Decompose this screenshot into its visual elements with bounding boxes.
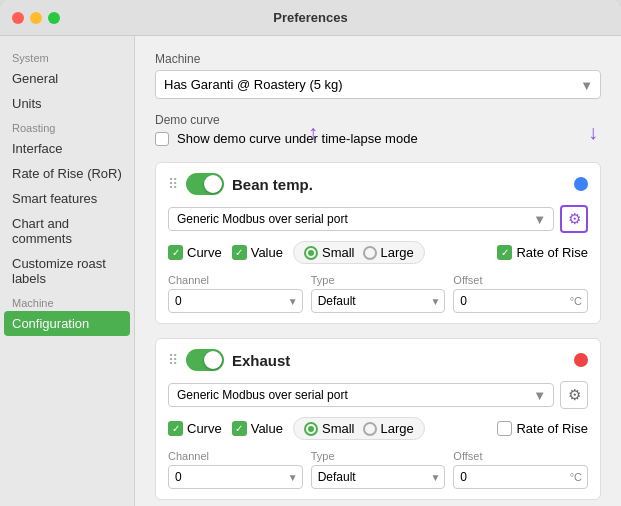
exhaust-drag-handle[interactable]: ⠿	[168, 352, 178, 368]
exhaust-offset-label: Offset	[453, 450, 588, 462]
exhaust-curve-checkbox-item: Curve	[168, 421, 222, 436]
exhaust-type-select[interactable]: Default	[311, 465, 446, 489]
machine-select-wrapper: Has Garanti @ Roastery (5 kg) ▼	[155, 70, 601, 99]
bean-temp-size-large-item: Large	[363, 245, 414, 260]
main-content: Machine Has Garanti @ Roastery (5 kg) ▼ …	[135, 36, 621, 506]
sidebar-item-customize-roast[interactable]: Customize roast labels	[0, 251, 134, 291]
maximize-button[interactable]	[48, 12, 60, 24]
machine-label: Machine	[155, 52, 601, 66]
sidebar-item-rate-of-rise[interactable]: Rate of Rise (RoR)	[0, 161, 134, 186]
close-button[interactable]	[12, 12, 24, 24]
exhaust-title: Exhaust	[232, 352, 290, 369]
sidebar-item-interface[interactable]: Interface	[0, 136, 134, 161]
exhaust-ror-label: Rate of Rise	[516, 421, 588, 436]
bean-temp-type-col: Type Default ▼	[311, 274, 446, 313]
exhaust-ror-checkbox[interactable]	[497, 421, 512, 436]
minimize-button[interactable]	[30, 12, 42, 24]
window-title: Preferences	[273, 10, 347, 25]
exhaust-offset-wrapper: °C	[453, 465, 588, 489]
bean-temp-size-small-label: Small	[322, 245, 355, 260]
exhaust-port-select[interactable]: Generic Modbus over serial port	[168, 383, 554, 407]
exhaust-checkboxes-row: Curve Value Small Large	[168, 417, 588, 440]
titlebar: Preferences	[0, 0, 621, 36]
exhaust-channel-col: Channel 0 ▼	[168, 450, 303, 489]
exhaust-curve-label: Curve	[187, 421, 222, 436]
bean-temp-header: ⠿ Bean temp.	[168, 173, 588, 195]
bean-temp-value-checkbox-item: Value	[232, 245, 283, 260]
bean-temp-value-label: Value	[251, 245, 283, 260]
bean-temp-checkboxes-row: Curve Value Small Large	[168, 241, 588, 264]
exhaust-size-large-label: Large	[381, 421, 414, 436]
exhaust-size-large-item: Large	[363, 421, 414, 436]
exhaust-channel-label: Channel	[168, 450, 303, 462]
demo-curve-row: Show demo curve under time-lapse mode	[155, 131, 601, 146]
bean-temp-offset-input[interactable]	[453, 289, 588, 313]
sidebar-item-smart-features[interactable]: Smart features	[0, 186, 134, 211]
bean-temp-color-dot	[574, 177, 588, 191]
exhaust-value-checkbox[interactable]	[232, 421, 247, 436]
exhaust-size-large-radio[interactable]	[363, 422, 377, 436]
bean-temp-value-checkbox[interactable]	[232, 245, 247, 260]
bean-temp-type-select[interactable]: Default	[311, 289, 446, 313]
demo-curve-label: Demo curve	[155, 113, 601, 127]
bean-temp-offset-label: Offset	[453, 274, 588, 286]
sensor-bean-temp: ⠿ Bean temp. Generic Modbus over serial …	[155, 162, 601, 324]
bean-temp-title: Bean temp.	[232, 176, 313, 193]
machine-section-label: Machine	[0, 291, 134, 311]
sidebar-item-configuration[interactable]: Configuration	[4, 311, 130, 336]
bean-temp-size-large-label: Large	[381, 245, 414, 260]
bean-temp-channel-col: Channel 0 ▼	[168, 274, 303, 313]
bean-temp-channel-row: Channel 0 ▼ Type Default	[168, 274, 588, 313]
exhaust-channel-select[interactable]: 0	[168, 465, 303, 489]
bean-temp-port-row: Generic Modbus over serial port ▼ ⚙	[168, 205, 588, 233]
exhaust-gear-button[interactable]: ⚙	[560, 381, 588, 409]
bean-temp-toggle-knob	[204, 175, 222, 193]
exhaust-size-small-radio[interactable]	[304, 422, 318, 436]
bean-temp-size-small-item: Small	[304, 245, 355, 260]
bean-temp-toggle[interactable]	[186, 173, 224, 195]
exhaust-header: ⠿ Exhaust	[168, 349, 588, 371]
exhaust-offset-unit: °C	[570, 471, 582, 483]
exhaust-size-small-item: Small	[304, 421, 355, 436]
exhaust-curve-checkbox[interactable]	[168, 421, 183, 436]
bean-temp-ror-checkbox-item: Rate of Rise	[497, 245, 588, 260]
exhaust-size-small-label: Small	[322, 421, 355, 436]
bean-temp-gear-button[interactable]: ⚙	[560, 205, 588, 233]
bean-temp-size-small-radio[interactable]	[304, 246, 318, 260]
sidebar-item-chart-comments[interactable]: Chart and comments	[0, 211, 134, 251]
sidebar-item-units[interactable]: Units	[0, 91, 134, 116]
bean-temp-channel-select[interactable]: 0	[168, 289, 303, 313]
exhaust-port-row: Generic Modbus over serial port ▼ ⚙	[168, 381, 588, 409]
exhaust-size-radio-group: Small Large	[293, 417, 425, 440]
exhaust-value-checkbox-item: Value	[232, 421, 283, 436]
bean-temp-drag-handle[interactable]: ⠿	[168, 176, 178, 192]
arrow-down-2: ↓	[588, 500, 598, 506]
traffic-lights	[12, 12, 60, 24]
bean-temp-ror-checkbox[interactable]	[497, 245, 512, 260]
bean-temp-size-radio-group: Small Large	[293, 241, 425, 264]
bean-temp-ror-label: Rate of Rise	[516, 245, 588, 260]
bean-temp-type-label: Type	[311, 274, 446, 286]
bean-temp-channel-label: Channel	[168, 274, 303, 286]
bean-temp-curve-checkbox[interactable]	[168, 245, 183, 260]
machine-select[interactable]: Has Garanti @ Roastery (5 kg)	[155, 70, 601, 99]
exhaust-toggle[interactable]	[186, 349, 224, 371]
bean-temp-curve-label: Curve	[187, 245, 222, 260]
sidebar-item-general[interactable]: General	[0, 66, 134, 91]
bean-temp-offset-col: Offset °C	[453, 274, 588, 313]
demo-curve-checkbox[interactable]	[155, 132, 169, 146]
exhaust-type-col: Type Default ▼	[311, 450, 446, 489]
bean-temp-size-large-radio[interactable]	[363, 246, 377, 260]
exhaust-offset-input[interactable]	[453, 465, 588, 489]
sidebar-item-roasting[interactable]: Roasting	[0, 116, 134, 136]
bean-temp-offset-unit: °C	[570, 295, 582, 307]
bean-temp-curve-checkbox-item: Curve	[168, 245, 222, 260]
exhaust-toggle-knob	[204, 351, 222, 369]
exhaust-value-label: Value	[251, 421, 283, 436]
bean-temp-port-select[interactable]: Generic Modbus over serial port	[168, 207, 554, 231]
sidebar: System General Units Roasting Interface …	[0, 36, 135, 506]
exhaust-ror-checkbox-item: Rate of Rise	[497, 421, 588, 436]
exhaust-color-dot	[574, 353, 588, 367]
sensor-exhaust: ⠿ Exhaust Generic Modbus over serial por…	[155, 338, 601, 500]
exhaust-type-label: Type	[311, 450, 446, 462]
